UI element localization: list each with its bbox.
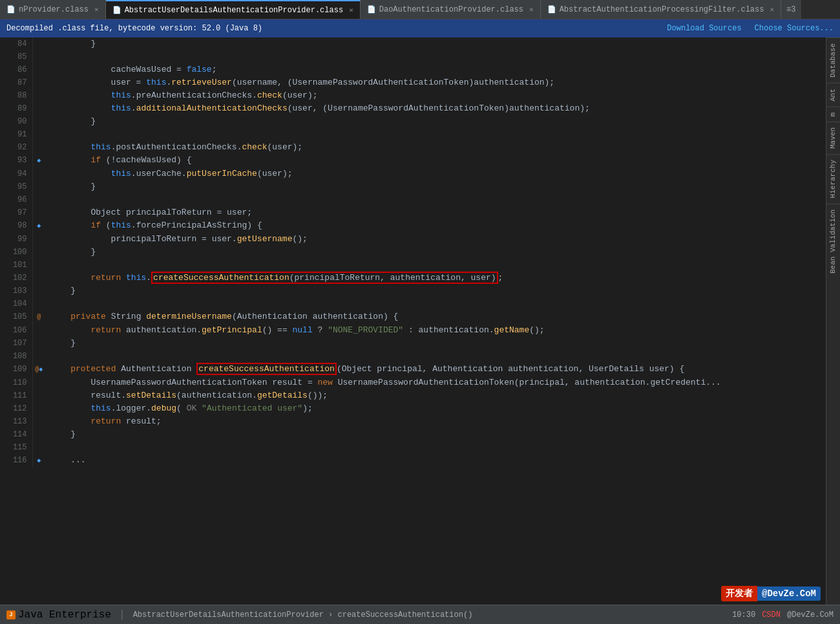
table-row: 90 } [0,115,826,128]
line-marker: ◆ [32,454,45,468]
line-code [45,193,826,206]
line-marker [32,272,45,285]
line-number: 110 [0,376,32,389]
line-marker [32,102,45,115]
line-number: 98 [0,219,32,233]
table-row: 102 return this.createSuccessAuthenticat… [0,272,826,285]
line-code: protected Authentication createSuccessAu… [45,363,826,376]
table-row: 104 [0,297,826,310]
line-marker [32,402,45,415]
right-sidebar: Database Ant m Maven Hierarchy Bean Vali… [826,38,840,605]
line-marker [32,415,45,428]
line-marker [32,89,45,102]
bookmark-marker: ◆ [39,366,43,373]
java-enterprise-indicator: J Java Enterprise [6,609,111,621]
tab-abstract-user-details[interactable]: 📄 AbstractUserDetailsAuthenticationProvi… [106,0,361,19]
line-marker [32,128,45,141]
table-row: 88 this.preAuthenticationChecks.check(us… [0,89,826,102]
line-number: 97 [0,206,32,219]
line-code: if (!cacheWasUsed) { [45,154,826,167]
line-number: 88 [0,89,32,102]
line-marker [32,206,45,219]
line-marker [32,115,45,128]
table-row: 101 [0,259,826,272]
line-number: 95 [0,180,32,193]
watermark-red-text: 开发者 [721,586,757,601]
sidebar-panel-maven[interactable]: Maven [826,122,840,154]
tab-label-4: AbstractAuthenticationProcessingFilter.c… [560,5,764,14]
line-number: 112 [0,402,32,415]
tab-label-1: nProvider.class [19,5,89,14]
code-scroll[interactable]: 84 } 85 86 [0,38,826,605]
line-marker [32,285,45,297]
table-row: 91 [0,128,826,141]
line-number: 102 [0,272,32,285]
tab-nprovider[interactable]: 📄 nProvider.class ✕ [0,0,106,19]
line-number: 91 [0,128,32,141]
sidebar-panel-ant[interactable]: Ant [826,83,840,107]
line-marker [32,233,45,246]
table-row: 107 } [0,337,826,350]
close-icon-4[interactable]: ✕ [770,5,774,14]
line-marker [32,350,45,363]
choose-sources-link[interactable]: Choose Sources... [755,24,834,33]
table-row: 84 } [0,38,826,50]
line-code: return this.createSuccessAuthentication(… [45,272,826,285]
sidebar-panel-hierarchy[interactable]: Hierarchy [826,154,840,203]
line-code: return authentication.getPrincipal() == … [45,324,826,337]
line-marker: @◆ [32,363,45,376]
line-marker [32,428,45,441]
close-icon-3[interactable]: ✕ [529,5,534,14]
line-number: 89 [0,102,32,115]
sidebar-panel-database[interactable]: Database [826,38,840,83]
tab-dao-provider[interactable]: 📄 DaoAuthenticationProvider.class ✕ [361,0,541,19]
table-row: 112 this.logger.debug( OK "Authenticated… [0,402,826,415]
status-csdn: CSDN [762,610,781,619]
tab-more-button[interactable]: ≡3 [781,0,801,19]
line-marker [32,141,45,154]
line-code: } [45,246,826,259]
table-row: 98 ◆ if (this.forcePrincipalAsString) { [0,219,826,233]
line-code: user = this.retrieveUser(username, (User… [45,76,826,89]
tab-abstract-processing[interactable]: 📄 AbstractAuthenticationProcessingFilter… [541,0,781,19]
line-number: 116 [0,454,32,468]
sidebar-panel-m[interactable]: m [826,107,840,122]
line-number: 90 [0,115,32,128]
bookmark-marker: ◆ [37,157,41,164]
status-time: 10:30 [732,610,755,619]
table-row: 99 principalToReturn = user.getUsername(… [0,233,826,246]
close-icon-1[interactable]: ✕ [94,5,99,14]
table-row: 103 } [0,285,826,297]
file-icon-1: 📄 [6,5,16,14]
table-row: 95 } [0,180,826,193]
table-row: 89 this.additionalAuthenticationChecks(u… [0,102,826,115]
file-icon-4: 📄 [547,5,556,14]
line-code: } [45,285,826,297]
table-row: 87 user = this.retrieveUser(username, (U… [0,76,826,89]
line-code: this.preAuthenticationChecks.check(user)… [45,89,826,102]
line-number: 93 [0,154,32,167]
line-code: if (this.forcePrincipalAsString) { [45,219,826,233]
line-code: ... [45,454,826,468]
close-icon-2[interactable]: ✕ [349,6,353,14]
highlight-create-success-102: createSuccessAuthentication(principalToR… [151,272,498,284]
line-number: 108 [0,350,32,363]
line-number: 92 [0,141,32,154]
main-area: 84 } 85 86 [0,38,840,605]
line-number: 87 [0,76,32,89]
bookmark-marker: ◆ [37,222,41,230]
tab-label-2: AbstractUserDetailsAuthenticationProvide… [125,6,343,15]
table-row: 97 Object principalToReturn = user; [0,206,826,219]
line-marker [32,441,45,454]
line-marker [32,297,45,310]
download-sources-link[interactable]: Download Sources [667,24,741,33]
line-code [45,350,826,363]
line-number: 105 [0,310,32,324]
status-bar: J Java Enterprise | AbstractUserDetailsA… [0,605,840,624]
line-marker [32,337,45,350]
java-enterprise-label: Java Enterprise [18,609,111,621]
sidebar-panel-bean-validation[interactable]: Bean Validation [826,204,840,279]
line-code [45,297,826,310]
line-marker [32,167,45,180]
banner-actions: Download Sources Choose Sources... [667,24,834,33]
